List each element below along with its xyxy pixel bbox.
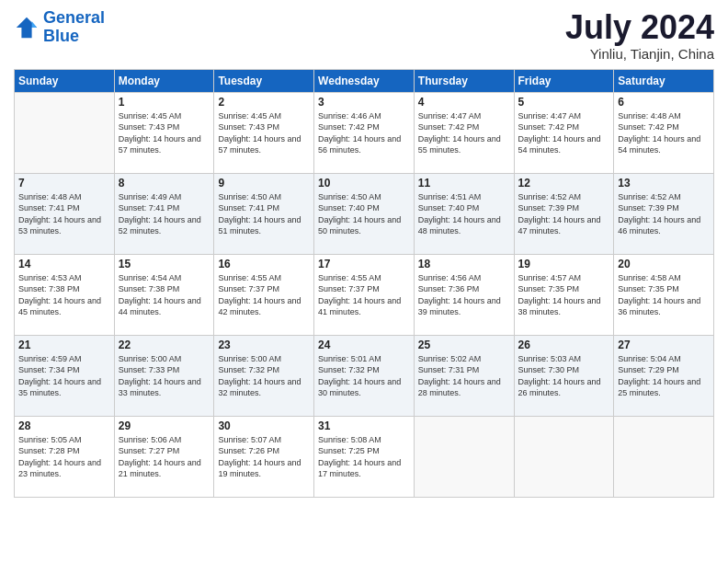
day-info: Sunrise: 4:53 AMSunset: 7:38 PMDaylight:… (18, 272, 110, 318)
logo-blue: Blue (43, 27, 79, 45)
logo-text: General Blue (43, 9, 105, 46)
table-row: 23Sunrise: 5:00 AMSunset: 7:32 PMDayligh… (214, 335, 314, 416)
month-year-title: July 2024 (565, 9, 714, 46)
table-row: 19Sunrise: 4:57 AMSunset: 7:35 PMDayligh… (514, 254, 614, 335)
day-info: Sunrise: 5:03 AMSunset: 7:30 PMDaylight:… (518, 353, 610, 399)
day-number: 19 (518, 258, 610, 270)
main-container: General Blue July 2024 Yinliu, Tianjin, … (0, 0, 728, 563)
day-number: 16 (218, 258, 310, 270)
day-info: Sunrise: 4:55 AMSunset: 7:37 PMDaylight:… (218, 272, 310, 318)
svg-marker-1 (32, 21, 38, 28)
day-info: Sunrise: 4:47 AMSunset: 7:42 PMDaylight:… (418, 110, 510, 156)
location-subtitle: Yinliu, Tianjin, China (565, 46, 714, 62)
col-friday: Friday (514, 69, 614, 92)
day-number: 26 (518, 339, 610, 351)
day-info: Sunrise: 5:04 AMSunset: 7:29 PMDaylight:… (618, 353, 710, 399)
day-number: 17 (318, 258, 410, 270)
day-number: 21 (18, 339, 110, 351)
col-saturday: Saturday (614, 69, 714, 92)
col-wednesday: Wednesday (314, 69, 415, 92)
day-number: 28 (18, 419, 110, 432)
day-info: Sunrise: 4:49 AMSunset: 7:41 PMDaylight:… (119, 191, 210, 237)
table-row: 20Sunrise: 4:58 AMSunset: 7:35 PMDayligh… (614, 254, 714, 335)
calendar-week-row: 21Sunrise: 4:59 AMSunset: 7:34 PMDayligh… (15, 335, 714, 416)
day-number: 25 (418, 339, 510, 351)
day-info: Sunrise: 4:56 AMSunset: 7:36 PMDaylight:… (418, 272, 510, 318)
table-row: 10Sunrise: 4:50 AMSunset: 7:40 PMDayligh… (314, 173, 415, 254)
table-row: 2Sunrise: 4:45 AMSunset: 7:43 PMDaylight… (214, 92, 314, 173)
day-info: Sunrise: 5:06 AMSunset: 7:27 PMDaylight:… (119, 434, 210, 480)
table-row: 22Sunrise: 5:00 AMSunset: 7:33 PMDayligh… (114, 335, 214, 416)
day-number: 12 (518, 177, 610, 190)
day-info: Sunrise: 4:48 AMSunset: 7:41 PMDaylight:… (18, 191, 110, 237)
day-info: Sunrise: 4:52 AMSunset: 7:39 PMDaylight:… (518, 191, 610, 237)
day-info: Sunrise: 4:55 AMSunset: 7:37 PMDaylight:… (318, 272, 410, 318)
calendar-week-row: 1Sunrise: 4:45 AMSunset: 7:43 PMDaylight… (15, 92, 714, 173)
day-number: 24 (318, 339, 410, 351)
logo: General Blue (14, 9, 105, 46)
day-info: Sunrise: 4:47 AMSunset: 7:42 PMDaylight:… (518, 110, 610, 156)
day-info: Sunrise: 5:00 AMSunset: 7:32 PMDaylight:… (218, 353, 310, 399)
day-info: Sunrise: 4:54 AMSunset: 7:38 PMDaylight:… (119, 272, 210, 318)
day-number: 29 (119, 419, 210, 432)
day-info: Sunrise: 4:51 AMSunset: 7:40 PMDaylight:… (418, 191, 510, 237)
day-info: Sunrise: 4:46 AMSunset: 7:42 PMDaylight:… (318, 110, 410, 156)
day-info: Sunrise: 4:57 AMSunset: 7:35 PMDaylight:… (518, 272, 610, 318)
day-info: Sunrise: 5:05 AMSunset: 7:28 PMDaylight:… (18, 434, 110, 480)
day-number: 30 (218, 419, 310, 432)
table-row (15, 92, 115, 173)
table-row: 9Sunrise: 4:50 AMSunset: 7:41 PMDaylight… (214, 173, 314, 254)
day-number: 7 (18, 177, 110, 190)
table-row: 27Sunrise: 5:04 AMSunset: 7:29 PMDayligh… (614, 335, 714, 416)
table-row: 28Sunrise: 5:05 AMSunset: 7:28 PMDayligh… (15, 416, 115, 497)
table-row: 15Sunrise: 4:54 AMSunset: 7:38 PMDayligh… (114, 254, 214, 335)
day-number: 8 (119, 177, 210, 190)
day-number: 13 (618, 177, 710, 190)
calendar-week-row: 7Sunrise: 4:48 AMSunset: 7:41 PMDaylight… (15, 173, 714, 254)
day-number: 20 (618, 258, 710, 270)
day-number: 23 (218, 339, 310, 351)
day-info: Sunrise: 5:02 AMSunset: 7:31 PMDaylight:… (418, 353, 510, 399)
calendar-week-row: 14Sunrise: 4:53 AMSunset: 7:38 PMDayligh… (15, 254, 714, 335)
table-row: 11Sunrise: 4:51 AMSunset: 7:40 PMDayligh… (414, 173, 514, 254)
day-number: 14 (18, 258, 110, 270)
table-row: 17Sunrise: 4:55 AMSunset: 7:37 PMDayligh… (314, 254, 415, 335)
col-tuesday: Tuesday (214, 69, 314, 92)
day-number: 1 (119, 96, 210, 109)
col-monday: Monday (114, 69, 214, 92)
table-row: 24Sunrise: 5:01 AMSunset: 7:32 PMDayligh… (314, 335, 415, 416)
day-info: Sunrise: 4:50 AMSunset: 7:41 PMDaylight:… (218, 191, 310, 237)
day-info: Sunrise: 4:45 AMSunset: 7:43 PMDaylight:… (119, 110, 210, 156)
table-row: 13Sunrise: 4:52 AMSunset: 7:39 PMDayligh… (614, 173, 714, 254)
table-row: 18Sunrise: 4:56 AMSunset: 7:36 PMDayligh… (414, 254, 514, 335)
day-number: 9 (218, 177, 310, 190)
table-row: 3Sunrise: 4:46 AMSunset: 7:42 PMDaylight… (314, 92, 415, 173)
day-info: Sunrise: 4:52 AMSunset: 7:39 PMDaylight:… (618, 191, 710, 237)
day-number: 10 (318, 177, 410, 190)
day-number: 31 (318, 419, 410, 432)
col-thursday: Thursday (414, 69, 514, 92)
day-info: Sunrise: 4:48 AMSunset: 7:42 PMDaylight:… (618, 110, 710, 156)
table-row: 21Sunrise: 4:59 AMSunset: 7:34 PMDayligh… (15, 335, 115, 416)
table-row: 7Sunrise: 4:48 AMSunset: 7:41 PMDaylight… (15, 173, 115, 254)
header-row: Sunday Monday Tuesday Wednesday Thursday… (15, 69, 714, 92)
day-number: 4 (418, 96, 510, 109)
table-row (614, 416, 714, 497)
table-row: 29Sunrise: 5:06 AMSunset: 7:27 PMDayligh… (114, 416, 214, 497)
day-number: 11 (418, 177, 510, 190)
day-number: 15 (119, 258, 210, 270)
table-row: 12Sunrise: 4:52 AMSunset: 7:39 PMDayligh… (514, 173, 614, 254)
day-info: Sunrise: 4:50 AMSunset: 7:40 PMDaylight:… (318, 191, 410, 237)
day-number: 22 (119, 339, 210, 351)
day-info: Sunrise: 4:58 AMSunset: 7:35 PMDaylight:… (618, 272, 710, 318)
day-number: 6 (618, 96, 710, 109)
table-row: 6Sunrise: 4:48 AMSunset: 7:42 PMDaylight… (614, 92, 714, 173)
day-number: 27 (618, 339, 710, 351)
logo-icon (14, 15, 40, 40)
table-row: 5Sunrise: 4:47 AMSunset: 7:42 PMDaylight… (514, 92, 614, 173)
day-info: Sunrise: 5:07 AMSunset: 7:26 PMDaylight:… (218, 434, 310, 480)
table-row: 31Sunrise: 5:08 AMSunset: 7:25 PMDayligh… (314, 416, 415, 497)
calendar-table: Sunday Monday Tuesday Wednesday Thursday… (14, 69, 714, 498)
table-row: 26Sunrise: 5:03 AMSunset: 7:30 PMDayligh… (514, 335, 614, 416)
table-row: 25Sunrise: 5:02 AMSunset: 7:31 PMDayligh… (414, 335, 514, 416)
